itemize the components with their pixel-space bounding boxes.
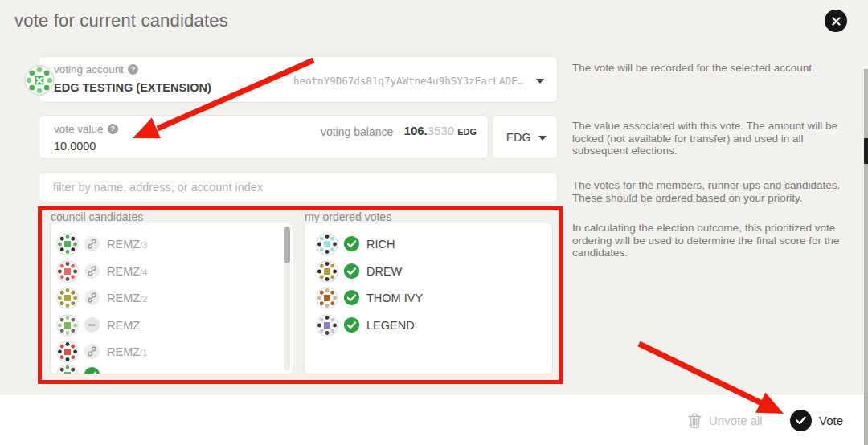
close-button[interactable] xyxy=(825,10,847,32)
candidate-row[interactable]: REMZ/3 xyxy=(51,231,293,257)
scrollbar-thumb[interactable] xyxy=(864,138,868,164)
account-name: EDG TESTING (EXTENSION) xyxy=(54,81,211,94)
vote-row[interactable]: DREW xyxy=(305,258,552,284)
council-candidates-list: REMZ/3 REMZ/4 REMZ/2 REMZ REMZ/1 xyxy=(50,222,293,374)
vote-name: DREW xyxy=(366,265,402,278)
help-icon[interactable] xyxy=(108,124,118,134)
candidate-identicon xyxy=(316,314,338,337)
candidate-identicon xyxy=(56,233,79,255)
denomination-dropdown[interactable]: EDG xyxy=(492,115,558,159)
vote-row[interactable]: RICH xyxy=(305,231,552,257)
check-icon[interactable] xyxy=(343,263,360,280)
filter-input[interactable] xyxy=(39,173,557,202)
candidate-identicon xyxy=(316,260,338,283)
voting-account-label: voting account xyxy=(54,63,138,76)
help-icon[interactable] xyxy=(128,64,138,75)
candidate-name: REMZ/3 xyxy=(107,238,147,251)
link-icon[interactable] xyxy=(84,263,100,280)
candidate-identicon xyxy=(316,233,338,255)
vote-value-input[interactable]: 10.0000 xyxy=(54,140,96,153)
trash-icon xyxy=(688,413,702,428)
vote-button[interactable]: Vote xyxy=(790,410,843,431)
vote-name: LEGEND xyxy=(366,319,415,332)
chevron-down-icon xyxy=(538,136,547,141)
help-text-outcome: In calculating the election outcome, thi… xyxy=(572,222,855,259)
unvote-all-label: Unvote all xyxy=(709,414,763,427)
window-scrollbar[interactable] xyxy=(864,69,868,445)
page-title: vote for current candidates xyxy=(14,10,228,31)
vote-dialog: vote for current candidates voting accou… xyxy=(0,0,868,445)
candidate-row[interactable]: REMZ/4 xyxy=(51,258,293,284)
vote-value-card: vote value 10.0000 voting balance 106.35… xyxy=(39,115,489,159)
vote-value-label: vote value xyxy=(54,123,118,135)
check-icon[interactable] xyxy=(84,366,100,374)
link-icon[interactable] xyxy=(84,235,100,252)
help-text-votes: The votes for the members, runner-ups an… xyxy=(572,179,855,204)
vote-name: RICH xyxy=(366,238,395,251)
filter-card xyxy=(39,172,558,202)
candidate-identicon xyxy=(56,364,79,375)
candidate-name: REMZ/4 xyxy=(107,265,147,278)
candidate-name: REMZ/2 xyxy=(107,292,147,304)
candidate-identicon xyxy=(56,341,79,363)
list-scrollbar[interactable] xyxy=(284,226,290,371)
ordered-votes-list: RICH DREW THOM IVY LEGEND xyxy=(304,222,553,374)
vote-row[interactable]: LEGEND xyxy=(305,312,552,338)
help-text-account: The vote will be recorded for the select… xyxy=(572,62,855,75)
account-identicon xyxy=(24,65,55,96)
candidate-name: REMZ xyxy=(107,319,140,332)
candidate-row[interactable]: REMZ xyxy=(51,312,293,338)
candidate-identicon xyxy=(56,287,79,309)
check-icon[interactable] xyxy=(343,316,360,333)
vote-label: Vote xyxy=(819,414,843,427)
ordered-votes-header: my ordered votes xyxy=(305,210,391,223)
candidate-row[interactable] xyxy=(51,361,293,374)
council-candidates-header: council candidates xyxy=(51,210,143,223)
vote-row[interactable]: THOM IVY xyxy=(305,284,552,311)
help-text-value: The value associated with this vote. The… xyxy=(572,120,855,157)
close-icon xyxy=(832,17,841,26)
check-icon[interactable] xyxy=(343,235,360,252)
link-icon[interactable] xyxy=(84,343,100,360)
voting-balance-value: 106.3530EDG xyxy=(404,124,477,137)
voting-account-select[interactable]: voting account EDG TESTING (EXTENSION) h… xyxy=(39,56,558,103)
denomination-value: EDG xyxy=(506,131,530,144)
minus-icon[interactable] xyxy=(84,316,100,333)
link-icon[interactable] xyxy=(84,289,100,306)
vote-check-icon xyxy=(790,410,812,431)
candidate-identicon xyxy=(56,314,79,337)
candidate-name: REMZ/1 xyxy=(107,345,147,358)
scrollbar-thumb[interactable] xyxy=(284,227,290,263)
voting-balance-label: voting balance xyxy=(321,125,393,138)
check-icon[interactable] xyxy=(343,289,360,306)
candidate-identicon xyxy=(316,287,338,309)
chevron-down-icon[interactable] xyxy=(536,79,544,84)
vote-name: THOM IVY xyxy=(366,292,423,304)
candidate-identicon xyxy=(56,260,79,283)
account-address: heotnY9D67ds81q7yAWtne4u9hSY3zEarLADF… xyxy=(293,75,523,87)
unvote-all-button[interactable]: Unvote all xyxy=(688,413,763,428)
candidate-row[interactable]: REMZ/2 xyxy=(51,284,293,311)
